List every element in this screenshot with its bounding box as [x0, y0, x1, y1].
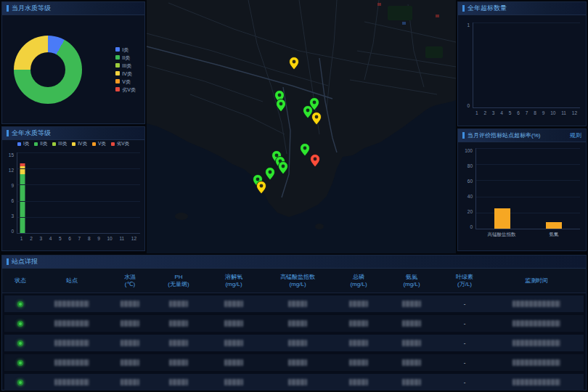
legend-item[interactable]: 劣V类 — [111, 142, 129, 147]
table-row[interactable]: - — [4, 315, 584, 332]
legend-label: II类 — [40, 142, 47, 147]
panel-title: 全年水质等级 — [12, 128, 51, 138]
legend-swatch — [115, 47, 120, 52]
column-header: 监测时间 — [491, 277, 582, 284]
value-redacted — [224, 379, 243, 385]
count-y-axis: 10 — [461, 23, 470, 108]
rule-button[interactable]: 规则 — [570, 131, 581, 139]
panel-annual-quality-header: 全年水质等级 — [2, 127, 144, 140]
chlorophyll-value: - — [464, 301, 466, 307]
column-unit: (mg/L) — [289, 281, 306, 287]
value-redacted — [169, 340, 188, 346]
table-cell — [491, 340, 582, 346]
map[interactable] — [147, 0, 456, 253]
table-cell — [332, 379, 385, 385]
table-row[interactable]: - — [4, 295, 584, 312]
column-header: PH(无量纲) — [152, 274, 205, 287]
stacked-bar[interactable] — [20, 152, 25, 233]
legend-item[interactable]: V类 — [92, 142, 106, 147]
gridline — [476, 148, 580, 149]
table-row[interactable]: - — [4, 354, 584, 371]
table-cell — [152, 359, 205, 366]
bar-slot — [48, 152, 58, 233]
column-name: 叶绿素 — [456, 274, 473, 280]
y-tick-label: 9 — [11, 183, 14, 188]
x-tick-label: 3 — [492, 110, 495, 115]
gridline — [17, 152, 140, 153]
table-cell — [107, 320, 152, 327]
monitor-time-redacted — [513, 379, 560, 385]
rate-bar[interactable] — [546, 222, 562, 229]
bar-slot — [110, 152, 120, 233]
table-cell — [36, 301, 107, 307]
value-redacted — [169, 359, 188, 366]
panel-title: 当月水质等级 — [12, 4, 51, 13]
table-cell — [107, 359, 152, 366]
station-name-redacted — [54, 359, 89, 366]
gridline — [17, 168, 140, 169]
table-cell — [205, 320, 263, 327]
legend-item[interactable]: I类 — [17, 142, 29, 147]
legend-item[interactable]: V类 — [115, 79, 136, 84]
table-cell — [152, 301, 205, 307]
legend-item[interactable]: III类 — [115, 63, 136, 68]
y-tick-label: 100 — [465, 148, 473, 153]
station-name-redacted — [54, 340, 89, 346]
table-cell — [4, 380, 36, 385]
bar-slot — [68, 152, 78, 233]
status-dot — [17, 301, 23, 307]
panel-monthly-quality: 当月水质等级 I类II类III类IV类V类劣V类 — [1, 1, 145, 124]
value-redacted — [349, 359, 368, 366]
legend-item[interactable]: II类 — [115, 55, 136, 60]
table-cell: - — [438, 379, 491, 385]
value-redacted — [169, 320, 188, 327]
table-cell — [152, 340, 205, 346]
value-redacted — [288, 359, 307, 366]
table-cell — [332, 301, 385, 307]
map-island — [175, 213, 188, 220]
legend-item[interactable]: II类 — [34, 142, 47, 147]
bar-slot — [58, 152, 68, 233]
legend-item[interactable]: III类 — [52, 142, 67, 147]
bar-slot — [78, 152, 89, 233]
bar-slot — [130, 152, 140, 233]
rate-bar[interactable] — [494, 208, 510, 229]
legend-swatch — [115, 55, 120, 60]
legend-item[interactable]: IV类 — [115, 71, 136, 76]
x-tick-label: 12 — [131, 236, 136, 241]
y-tick-label: 12 — [9, 168, 14, 173]
value-redacted — [402, 359, 421, 366]
table-cell — [263, 320, 332, 327]
x-tick-label: 9 — [97, 236, 100, 241]
value-redacted — [121, 340, 139, 346]
legend-swatch — [115, 71, 120, 75]
table-row[interactable]: - — [4, 335, 584, 351]
chlorophyll-value: - — [464, 379, 466, 385]
column-name: 总磷 — [353, 274, 364, 280]
bar-slot — [28, 152, 38, 233]
rate-y-axis: 100806040200 — [460, 148, 473, 229]
y-tick-label: 0 — [11, 229, 14, 234]
table-cell — [263, 379, 332, 385]
value-redacted — [288, 320, 307, 327]
column-name: PH — [174, 274, 182, 280]
value-redacted — [224, 359, 243, 366]
panel-annual-quality: 全年水质等级 I类II类III类IV类V类劣V类 15129630 123456… — [1, 126, 145, 251]
x-tick-label: 1 — [20, 236, 23, 241]
table-cell — [385, 320, 438, 327]
y-tick-label: 15 — [9, 152, 14, 158]
table-row[interactable]: - — [4, 374, 584, 391]
legend-label: III类 — [122, 63, 131, 68]
legend-item[interactable]: I类 — [115, 47, 136, 52]
column-name: 监测时间 — [525, 277, 548, 284]
x-tick-label: 7 — [526, 110, 528, 115]
gridline — [17, 217, 140, 218]
monthly-quality-donut-chart[interactable] — [14, 36, 82, 104]
value-redacted — [169, 379, 188, 385]
legend-item[interactable]: 劣V类 — [115, 87, 136, 92]
legend-item[interactable]: IV类 — [72, 142, 87, 147]
value-redacted — [288, 379, 307, 385]
column-unit: (无量纲) — [168, 281, 189, 287]
dashboard: 当月水质等级 I类II类III类IV类V类劣V类 全年水质等级 I类II类III… — [0, 0, 588, 392]
bar-segment — [20, 174, 25, 233]
